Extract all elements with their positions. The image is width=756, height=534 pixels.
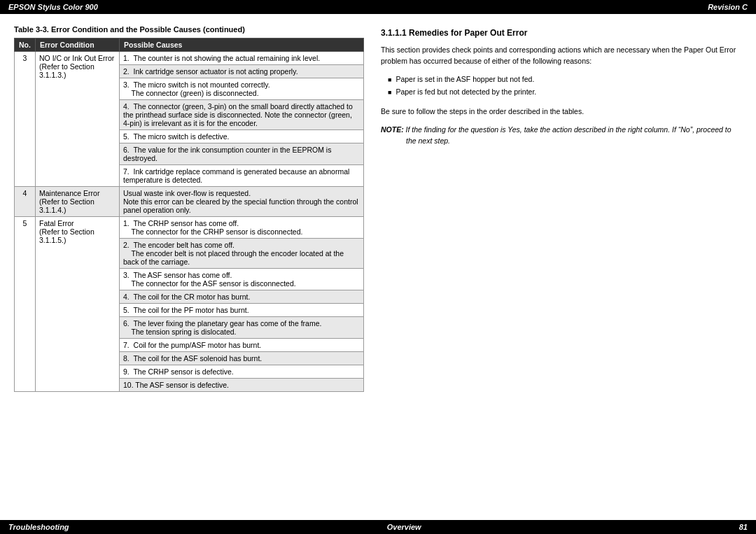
row-error-5: Fatal Error(Refer to Section 3.1.1.5.) [36,217,120,392]
footer-right: 81 [739,523,748,531]
cause-5-9: 9. The CRHP sensor is defective. [120,365,364,379]
cause-5-4: 4. The coil for the CR motor has burnt. [120,290,364,304]
error-table: No. Error Condition Possible Causes 3 NO… [14,38,364,392]
follow-text: Be sure to follow the steps in the order… [381,106,742,118]
cause-3-1: 1. The counter is not showing the actual… [120,52,364,65]
cause-5-3: 3. The ASF sensor has come off. The conn… [120,269,364,290]
bullet-item: Paper is set in the ASF hopper but not f… [388,74,742,85]
cause-5-7: 7. Coil for the pump/ASF motor has burnt… [120,339,364,352]
table-row: 4 Maintenance Error(Refer to Section 3.1… [15,187,364,217]
row-error-3: NO I/C or Ink Out Error(Refer to Section… [36,52,120,187]
bullet-item: Paper is fed but not detected by the pri… [388,87,742,98]
footer-left: Troubleshooting [8,523,69,531]
note-text: NOTE: If the finding for the question is… [406,125,742,147]
col-header-no: No. [15,38,36,52]
cause-3-4: 4. The connector (green, 3-pin) on the s… [120,100,364,130]
cause-5-1: 1. The CRHP sensor has come off. The con… [120,217,364,239]
main-content: Table 3-3. Error Condition and the Possi… [0,14,756,520]
cause-3-2: 2. Ink cartridge sensor actuator is not … [120,65,364,78]
col-header-error: Error Condition [36,38,120,52]
footer-center: Overview [387,523,421,531]
row-error-4: Maintenance Error(Refer to Section 3.1.1… [36,187,120,217]
page-header: EPSON Stylus Color 900 Revision C [0,0,756,14]
note-bold-label: NOTE: [381,125,404,134]
cause-5-8: 8. The coil for the ASF solenoid has bur… [120,352,364,365]
note-italic-text: If the finding for the question is Yes, … [406,125,732,145]
cause-3-7: 7. Ink cartridge replace command is gene… [120,165,364,187]
section-heading: 3.1.1.1 Remedies for Paper Out Error [381,28,742,38]
left-column: Table 3-3. Error Condition and the Possi… [14,25,364,509]
row-no-4: 4 [15,187,36,217]
table-title: Table 3-3. Error Condition and the Possi… [14,25,364,34]
cause-5-6: 6. The lever fixing the planetary gear h… [120,317,364,339]
cause-5-10: 10. The ASF sensor is defective. [120,379,364,392]
cause-5-5: 5. The coil for the PF motor has burnt. [120,304,364,317]
cause-3-3: 3. The micro switch is not mounted corre… [120,78,364,100]
header-right: Revision C [708,3,748,11]
intro-text: This section provides check points and c… [381,45,742,67]
cause-3-6: 6. The value for the ink consumption cou… [120,143,364,165]
cause-4-plain: Usual waste ink over-flow is requested.N… [120,187,364,217]
row-no-5: 5 [15,217,36,392]
cause-3-5: 5. The micro switch is defective. [120,130,364,143]
page-footer: Troubleshooting Overview 81 [0,520,756,534]
col-header-causes: Possible Causes [120,38,364,52]
header-left: EPSON Stylus Color 900 [8,3,98,11]
cause-5-2: 2. The encoder belt has come off. The en… [120,239,364,269]
table-row: 3 NO I/C or Ink Out Error(Refer to Secti… [15,52,364,65]
row-no-3: 3 [15,52,36,187]
right-column: 3.1.1.1 Remedies for Paper Out Error Thi… [381,25,742,509]
table-row: 5 Fatal Error(Refer to Section 3.1.1.5.)… [15,217,364,239]
bullet-list: Paper is set in the ASF hopper but not f… [388,74,742,99]
